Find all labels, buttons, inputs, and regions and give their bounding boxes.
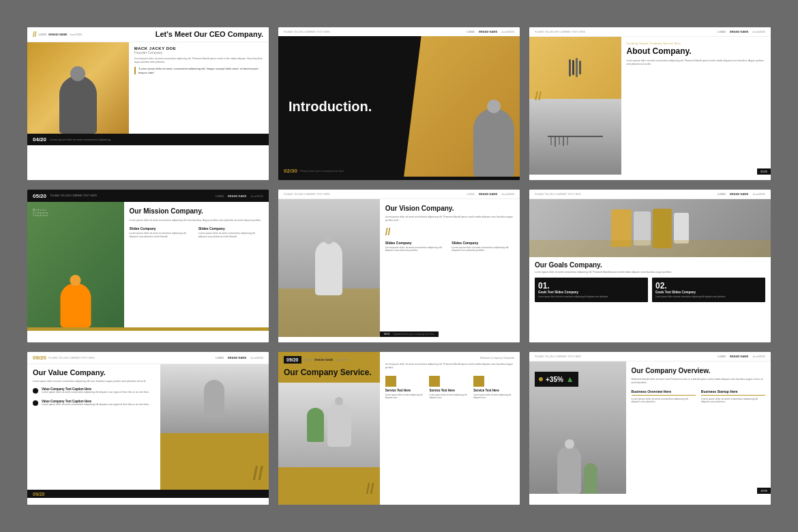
gold-overlay [278,289,380,337]
brand: BRAND NAME [228,356,246,359]
brand: BRAND NAME [730,30,748,33]
photo-left [278,199,380,337]
goals-cards: 01. Goals Text Slides Company Lorem ipsu… [535,278,765,301]
content: Our Value Company. Lorem ipsum dolor sit… [27,364,269,490]
col1-title: Slides Company [130,226,194,231]
bottom-text: Lorem ipsum dolor sit amet consectetur a… [50,138,110,141]
stat-arrow: ▲ [566,374,574,384]
description: Lorem ipsum dolor sit amet consectetur a… [385,363,514,370]
logo-label: LOGO [39,33,47,36]
service-cols: Service Text Here Lorem ipsum dolor sit … [385,376,514,399]
slide-title: Our Goals Company. [535,261,765,269]
slide-number: 08/30 Updated lorem your company text he… [380,331,439,337]
top-tagline: PLEASE TELLING MY COMPANY TEXT HERE [535,31,585,33]
num-bar: 02/30 Please write your company text her… [284,168,344,174]
brand: BRAND NAME [314,358,333,361]
date: June/2025 [250,356,263,359]
person-silhouette [473,108,514,177]
goal-card-2: 02. Goals Text Slides Company Lorem ipsu… [652,278,765,301]
slide-title: Our Value Company. [33,368,155,377]
gold-bottom-bar [27,327,269,331]
right-section: Creating Simple Company Special Here Abo… [621,37,771,175]
slide-grid: // LOGO BRAND NAME June/2025 Let's Meet … [0,0,798,532]
top-links: Website Company Template [385,356,514,359]
right: // [160,364,269,490]
service-col-3: Service Text Here Lorem ipsum dolor sit … [473,376,514,399]
top-bar: PLEASE TELLING COMPANY TEXT HERE LOGO BR… [278,190,520,199]
service1-text: Lorem ipsum dolor sit amet adipiscing el… [385,394,426,399]
logo: LOGO [718,30,726,33]
service-icon-3 [473,376,484,387]
ov-col-2: Business Startup Here Lorem ipsum dolor … [701,389,765,404]
two-cols: Slides Company Lorem ipsum dolor sit ame… [385,241,514,253]
service2-title: Service Text Here [429,389,470,392]
goal-card-1: 01. Goals Text Slides Company Lorem ipsu… [535,278,648,301]
website-tag: Website Company Template [480,356,514,359]
intro-title: Introduction. [289,99,372,115]
service-col-2: Service Text Here Lorem ipsum dolor sit … [429,376,470,399]
photo-left: +35% ▲ [529,361,626,494]
logo: LOGO [216,356,224,359]
value-text-1: Value Company Text Caption Here Lorem ip… [42,387,149,394]
service-col-1: Service Text Here Lorem ipsum dolor sit … [385,376,426,399]
service3-text: Lorem ipsum dolor sit amet adipiscing el… [473,394,514,399]
top-tagline: PLEASE TELLING COMPANY TEXT HERE [535,355,581,358]
date: June/2025 [336,358,349,361]
content: // Creating Simple Company Special Here … [529,37,771,175]
slide-title: About Company. [627,47,765,56]
col2-text: Lorem ipsum dolor sit amet consectetur a… [198,232,263,239]
photo-area [278,383,380,467]
goal1-text: Lorem ipsum dolor sit amet consectetur a… [538,295,645,298]
slash-deco: // [366,480,374,498]
goal1-num: 01. [538,281,645,291]
content: WebsiteCompanyTemplate Our Mission Compa… [27,202,269,327]
col2-title: Slides Company [198,226,263,231]
service1-title: Service Text Here [385,389,426,392]
ov-col-1: Business Overview Here Lorem ipsum dolor… [632,389,696,404]
tagline: PLEASE TELLING COMPANY TEXT HERE [50,194,97,197]
logo: LOGO [467,192,475,196]
slide-overview: PLEASE TELLING COMPANY TEXT HERE LOGO BR… [529,352,771,505]
person-role: Founder Company [134,50,263,55]
goal2-num: 02. [655,281,762,291]
slide-ceo: // LOGO BRAND NAME June/2025 Let's Meet … [27,27,269,180]
text-area: Our Goals Company. Lorem ipsum dolor sit… [529,257,771,306]
value2-text: Lorem ipsum dolor sit amet consectetur a… [42,403,149,407]
date: June/2025 [752,355,765,358]
top-tagline: PLEASE TELLING COMPANY TEXT HERE [284,193,330,196]
description: Lorem ipsum dolor sit amet consectetur a… [627,59,765,67]
service3-title: Service Text Here [473,389,514,392]
brand: BRAND NAME [479,192,497,196]
value-dot-1 [33,388,38,394]
tagline: Creating Simple Company Special Here [627,42,765,45]
slide-number: 04/20 [33,136,46,143]
slash-deco: // [252,462,263,484]
description: Lorem ipsum dolor sit amet consectetur a… [535,271,765,274]
photo-top [529,37,621,99]
slide-number: 02/30 [284,168,297,174]
slide-goals: PLEASE TELLING COMPANY TEXT HERE LOGO BR… [529,190,771,342]
col-1: Slides Company Lorem ipsum dolor sit ame… [130,226,194,239]
top-tagline: PLEASE TELLING COMPANY TEXT HERE [535,193,581,196]
slide-service: 09/20 LOGO BRAND NAME June/2025 Our Comp… [278,352,520,505]
description: Lorem ipsum dolor sit amet consectetur a… [33,380,155,383]
brand: BRAND NAME [730,355,748,358]
top-bar: PLEASE TELLING COMPANY TEXT HERE LOGO BR… [278,27,520,36]
col1-text: Lorem ipsum dolor sit amet consectetur a… [130,232,194,239]
description: Lorem ipsum dolor sit amet consectetur a… [130,219,263,222]
logo: LOGO [467,30,475,33]
person-desc: Lorem ipsum dolor sit amet consectetur a… [134,57,263,64]
slide-number: 09/20 [284,356,301,364]
left-panel: 09/20 LOGO BRAND NAME June/2025 Our Comp… [278,352,380,505]
two-cols: Slides Company Lorem ipsum dolor sit ame… [130,226,263,239]
description: Lorem ipsum dolor sit amet consectetur a… [385,216,514,223]
col-1: Slides Company Lorem ipsum dolor sit ame… [385,241,448,253]
photo-bg [160,364,269,433]
stat-dot [539,377,543,381]
col-2: Slides Company Lorem ipsum dolor sit ame… [198,226,263,239]
slide-number: 09/20 [33,355,46,361]
value1-text: Lorem ipsum dolor sit amet consectetur a… [42,391,149,394]
col2-text: Lorem ipsum dolor sit amet consectetur a… [452,246,514,253]
photo-area [27,42,129,134]
slide-title: Our Company Service. [278,368,380,383]
